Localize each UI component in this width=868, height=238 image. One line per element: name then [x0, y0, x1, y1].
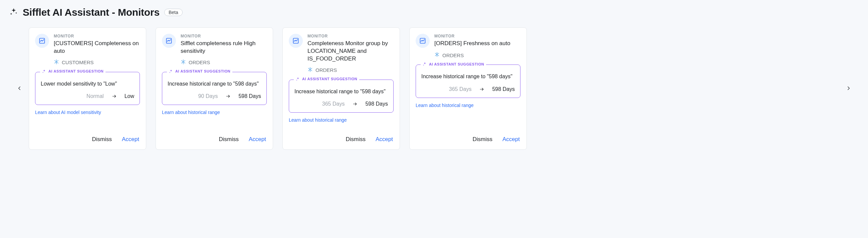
learn-link[interactable]: Learn about AI model sensitivity — [35, 110, 140, 115]
arrow-right-icon — [111, 94, 117, 99]
card-kicker: MONITOR — [181, 34, 267, 38]
chevron-right-icon — [846, 85, 851, 92]
value-from: 90 Days — [198, 93, 218, 99]
monitor-icon — [35, 34, 49, 48]
dataset-name: ORDERS — [315, 67, 337, 73]
monitor-card: MONITOR [ORDERS] Freshness on auto ORDER… — [409, 27, 527, 150]
suggestion-label: AI ASSISTANT SUGGESTION — [421, 62, 486, 66]
suggestion-text: Increase historical range to "598 days" — [421, 73, 515, 80]
monitor-card: MONITOR Sifflet completeness rule High s… — [156, 27, 273, 150]
learn-link[interactable]: Learn about historical range — [162, 110, 267, 115]
snowflake-icon — [54, 59, 59, 66]
suggestion-label: AI ASSISTANT SUGGESTION — [167, 69, 232, 74]
snowflake-icon — [307, 67, 313, 74]
card-title: Completeness Monitor group by LOCATION_N… — [307, 40, 394, 63]
accept-button[interactable]: Accept — [248, 135, 267, 144]
value-to: Low — [125, 93, 134, 99]
dismiss-button[interactable]: Dismiss — [472, 135, 493, 144]
suggestion-box: AI ASSISTANT SUGGESTION Increase histori… — [162, 72, 267, 105]
card-kicker: MONITOR — [54, 34, 140, 38]
arrow-right-icon — [352, 102, 358, 106]
dismiss-button[interactable]: Dismiss — [345, 135, 367, 144]
arrow-right-icon — [479, 87, 485, 91]
monitor-carousel: MONITOR [CUSTOMERS] Completeness on auto… — [9, 27, 859, 150]
dataset-name: ORDERS — [442, 52, 464, 58]
dataset-name: CUSTOMERS — [62, 59, 94, 65]
accept-button[interactable]: Accept — [375, 135, 394, 144]
value-to: 598 Days — [238, 93, 261, 99]
page-title: Sifflet AI Assistant - Monitors — [23, 7, 160, 18]
accept-button[interactable]: Accept — [121, 135, 140, 144]
accept-button[interactable]: Accept — [502, 135, 521, 144]
dismiss-button[interactable]: Dismiss — [91, 135, 113, 144]
arrow-right-icon — [225, 94, 231, 99]
monitor-icon — [416, 34, 430, 48]
suggestion-label: AI ASSISTANT SUGGESTION — [40, 69, 105, 74]
value-from: 365 Days — [449, 86, 472, 92]
dataset-name: ORDERS — [189, 59, 210, 65]
card-kicker: MONITOR — [434, 34, 521, 38]
monitor-icon — [289, 34, 303, 48]
learn-link[interactable]: Learn about historical range — [416, 103, 521, 108]
carousel-next-button[interactable] — [842, 82, 855, 95]
cards-row: MONITOR [CUSTOMERS] Completeness on auto… — [9, 27, 859, 150]
suggestion-box: AI ASSISTANT SUGGESTION Increase histori… — [416, 64, 521, 98]
monitor-card: MONITOR [CUSTOMERS] Completeness on auto… — [29, 27, 146, 150]
monitor-icon — [162, 34, 176, 48]
suggestion-text: Increase historical range to "598 days" — [294, 88, 388, 95]
suggestion-text: Lower model sensitivity to "Low" — [41, 80, 134, 87]
card-title: [ORDERS] Freshness on auto — [434, 40, 521, 48]
learn-link[interactable]: Learn about historical range — [289, 117, 394, 123]
suggestion-label: AI ASSISTANT SUGGESTION — [294, 77, 359, 81]
value-from: Normal — [87, 93, 104, 99]
suggestion-box: AI ASSISTANT SUGGESTION Lower model sens… — [35, 72, 140, 105]
card-title: Sifflet completeness rule High sensitivi… — [181, 40, 267, 55]
value-from: 365 Days — [322, 101, 345, 107]
snowflake-icon — [434, 52, 440, 58]
suggestion-text: Increase historical range to "598 days" — [167, 80, 261, 87]
carousel-prev-button[interactable] — [13, 82, 26, 95]
suggestion-box: AI ASSISTANT SUGGESTION Increase histori… — [289, 80, 394, 113]
page-header: Sifflet AI Assistant - Monitors Beta — [9, 7, 859, 18]
beta-badge: Beta — [164, 9, 183, 16]
value-to: 598 Days — [365, 101, 388, 107]
monitor-card: MONITOR Completeness Monitor group by LO… — [282, 27, 400, 150]
chevron-left-icon — [17, 85, 22, 92]
dismiss-button[interactable]: Dismiss — [218, 135, 240, 144]
snowflake-icon — [181, 59, 186, 66]
value-to: 598 Days — [492, 86, 515, 92]
card-kicker: MONITOR — [307, 34, 394, 38]
sparkle-icon — [9, 7, 18, 17]
card-title: [CUSTOMERS] Completeness on auto — [54, 40, 140, 55]
